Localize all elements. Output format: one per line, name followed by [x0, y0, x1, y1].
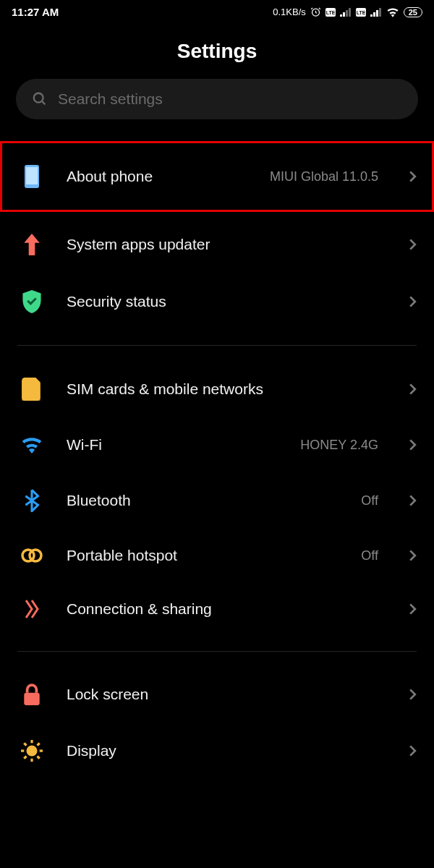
arrow-up-icon — [17, 234, 46, 255]
item-connection-sharing[interactable]: Connection & sharing — [0, 582, 434, 637]
bluetooth-icon — [17, 489, 46, 512]
chevron-right-icon — [409, 295, 417, 308]
chevron-right-icon — [409, 383, 417, 396]
divider — [17, 651, 417, 652]
hotspot-icon — [17, 548, 46, 563]
status-icons: 0.1KB/s LTE LTE 25 — [273, 7, 422, 17]
volte-icon-2: LTE — [356, 8, 366, 17]
chevron-right-icon — [409, 744, 417, 757]
item-system-apps-updater[interactable]: System apps updater — [0, 216, 434, 273]
svg-line-27 — [38, 743, 40, 745]
item-label: Connection & sharing — [67, 600, 388, 618]
item-security-status[interactable]: Security status — [0, 273, 434, 331]
item-value: HONEY 2.4G — [300, 438, 378, 453]
item-bluetooth[interactable]: Bluetooth Off — [0, 472, 434, 529]
svg-rect-16 — [26, 167, 38, 184]
shield-check-icon — [17, 290, 46, 313]
chevron-right-icon — [409, 688, 417, 701]
lock-icon — [17, 684, 46, 705]
svg-point-20 — [27, 746, 38, 757]
item-label: Bluetooth — [67, 492, 341, 509]
wifi-status-icon — [386, 7, 399, 17]
page-title: Settings — [0, 40, 434, 63]
sun-icon — [17, 740, 46, 762]
svg-text:LTE: LTE — [326, 10, 335, 15]
chevron-right-icon — [409, 170, 417, 183]
svg-rect-10 — [373, 12, 375, 17]
svg-line-14 — [42, 101, 46, 105]
item-value: Off — [361, 493, 378, 509]
search-bar[interactable] — [16, 79, 418, 119]
chevron-right-icon — [409, 238, 417, 251]
signal-icon-2 — [370, 8, 382, 17]
item-label: Lock screen — [67, 686, 388, 703]
item-about-phone[interactable]: About phone MIUI Global 11.0.5 — [0, 141, 434, 212]
connection-icon — [17, 599, 46, 619]
svg-point-18 — [30, 550, 41, 561]
divider — [17, 345, 417, 346]
svg-rect-11 — [376, 10, 378, 17]
item-label: SIM cards & mobile networks — [67, 380, 388, 398]
item-portable-hotspot[interactable]: Portable hotspot Off — [0, 529, 434, 582]
item-display[interactable]: Display — [0, 723, 434, 779]
item-lock-screen[interactable]: Lock screen — [0, 666, 434, 723]
svg-rect-19 — [24, 693, 39, 705]
status-bar: 11:27 AM 0.1KB/s LTE LTE 25 — [0, 0, 434, 21]
chevron-right-icon — [409, 549, 417, 562]
item-label: System apps updater — [67, 236, 388, 253]
item-value: Off — [361, 548, 378, 563]
svg-line-28 — [24, 757, 26, 759]
svg-line-26 — [38, 757, 40, 759]
svg-rect-9 — [370, 14, 373, 17]
alarm-icon — [310, 7, 321, 17]
item-label: Wi-Fi — [67, 436, 280, 454]
svg-rect-5 — [346, 10, 348, 17]
item-label: Portable hotspot — [67, 547, 341, 564]
svg-point-13 — [34, 93, 43, 103]
battery-icon: 25 — [404, 7, 422, 17]
item-label: Security status — [67, 293, 388, 310]
status-time: 11:27 AM — [12, 6, 59, 18]
svg-line-25 — [24, 743, 26, 745]
net-speed: 0.1KB/s — [273, 7, 306, 17]
svg-rect-6 — [349, 8, 351, 17]
phone-icon — [17, 165, 46, 188]
chevron-right-icon — [409, 494, 417, 507]
svg-rect-3 — [340, 14, 342, 17]
item-label: About phone — [67, 168, 250, 185]
search-input[interactable] — [58, 90, 402, 108]
item-value: MIUI Global 11.0.5 — [270, 169, 378, 184]
sim-icon — [17, 378, 46, 401]
svg-text:LTE: LTE — [356, 10, 365, 15]
search-icon — [32, 91, 48, 107]
svg-rect-4 — [343, 12, 345, 17]
chevron-right-icon — [409, 438, 417, 451]
signal-icon-1 — [340, 8, 352, 17]
item-wifi[interactable]: Wi-Fi HONEY 2.4G — [0, 418, 434, 472]
item-label: Display — [67, 742, 388, 760]
chevron-right-icon — [409, 603, 417, 616]
item-sim-cards[interactable]: SIM cards & mobile networks — [0, 360, 434, 418]
wifi-icon — [17, 435, 46, 454]
volte-icon-1: LTE — [326, 8, 336, 17]
svg-rect-12 — [379, 8, 381, 17]
